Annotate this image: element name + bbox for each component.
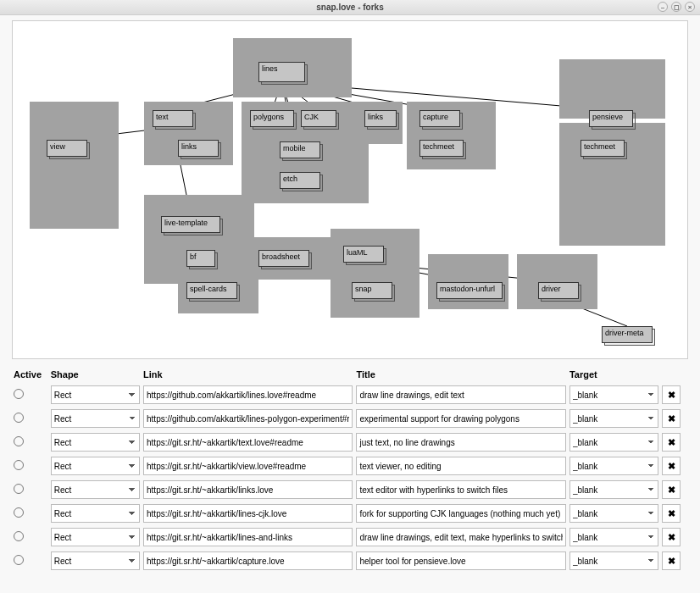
- active-radio[interactable]: [14, 507, 24, 518]
- node-snap[interactable]: snap: [352, 282, 392, 299]
- node-links2[interactable]: links: [364, 110, 397, 127]
- delete-button[interactable]: ✖: [662, 385, 681, 404]
- node-mastodon[interactable]: mastodon-unfurl: [436, 282, 503, 299]
- node-label: mastodon-unfurl: [436, 282, 503, 299]
- target-select[interactable]: _blank: [569, 528, 658, 546]
- title-input[interactable]: [356, 551, 565, 570]
- close-icon[interactable]: ×: [685, 2, 695, 12]
- shape-select[interactable]: Rect: [51, 504, 140, 523]
- table-row: Rect_blank✖: [12, 525, 688, 549]
- link-input[interactable]: [143, 528, 353, 546]
- node-live_template[interactable]: live-template: [161, 216, 220, 233]
- target-select[interactable]: _blank: [569, 385, 658, 404]
- link-input[interactable]: [143, 504, 353, 523]
- target-select[interactable]: _blank: [569, 480, 658, 499]
- col-shape: Shape: [49, 366, 142, 383]
- node-luaML[interactable]: luaML: [343, 246, 384, 263]
- link-input[interactable]: [143, 409, 353, 428]
- table-row: Rect_blank✖: [12, 454, 688, 478]
- node-capture[interactable]: capture: [419, 110, 460, 127]
- table-row: Rect_blank✖: [12, 383, 688, 407]
- link-input[interactable]: [143, 433, 353, 452]
- node-techmeet2[interactable]: techmeet: [581, 140, 625, 157]
- delete-button[interactable]: ✖: [662, 551, 681, 570]
- delete-button[interactable]: ✖: [662, 409, 681, 428]
- window-title: snap.love - forks: [316, 3, 383, 12]
- node-label: bf: [186, 250, 215, 267]
- active-radio[interactable]: [14, 389, 24, 399]
- node-label: driver-meta: [602, 326, 653, 343]
- node-spell_cards[interactable]: spell-cards: [186, 282, 237, 299]
- shape-select[interactable]: Rect: [51, 433, 140, 452]
- node-label: etch: [280, 172, 320, 189]
- minimize-icon[interactable]: –: [658, 2, 668, 12]
- active-radio[interactable]: [14, 413, 24, 423]
- shape-select[interactable]: Rect: [51, 528, 140, 546]
- node-label: broadsheet: [258, 250, 309, 267]
- window-titlebar: snap.love - forks – ◻ ×: [0, 0, 700, 15]
- link-input[interactable]: [143, 551, 353, 570]
- node-label: spell-cards: [186, 282, 237, 299]
- node-driver[interactable]: driver: [538, 282, 579, 299]
- delete-button[interactable]: ✖: [662, 433, 681, 452]
- table-row: Rect_blank✖: [12, 549, 688, 573]
- col-link: Link: [142, 366, 354, 383]
- node-mobile[interactable]: mobile: [280, 141, 320, 158]
- shape-select[interactable]: Rect: [51, 480, 140, 499]
- node-label: capture: [419, 110, 460, 127]
- node-CJK[interactable]: CJK: [301, 110, 336, 127]
- node-etch[interactable]: etch: [280, 172, 320, 189]
- node-label: view: [47, 140, 87, 157]
- target-select[interactable]: _blank: [569, 457, 658, 475]
- title-input[interactable]: [356, 528, 565, 546]
- node-label: links: [364, 110, 397, 127]
- active-radio[interactable]: [14, 484, 24, 494]
- active-radio[interactable]: [14, 555, 24, 565]
- shape-select[interactable]: Rect: [51, 385, 140, 404]
- target-select[interactable]: _blank: [569, 433, 658, 452]
- delete-button[interactable]: ✖: [662, 504, 681, 523]
- node-techmeet[interactable]: techmeet: [419, 140, 464, 157]
- col-target: Target: [568, 366, 660, 383]
- title-input[interactable]: [356, 504, 565, 523]
- title-input[interactable]: [356, 457, 565, 475]
- shapes-table: Active Shape Link Title Target Rect_blan…: [12, 366, 688, 573]
- active-radio[interactable]: [14, 436, 24, 446]
- link-input[interactable]: [143, 457, 353, 475]
- node-node_links[interactable]: links: [178, 140, 219, 157]
- target-select[interactable]: _blank: [569, 551, 658, 570]
- node-label: driver: [538, 282, 579, 299]
- group-box: [178, 237, 258, 313]
- node-label: polygons: [250, 110, 294, 127]
- target-select[interactable]: _blank: [569, 409, 658, 428]
- node-driver_meta[interactable]: driver-meta: [602, 326, 653, 343]
- delete-button[interactable]: ✖: [662, 480, 681, 499]
- node-label: snap: [352, 282, 392, 299]
- link-input[interactable]: [143, 385, 353, 404]
- delete-button[interactable]: ✖: [662, 457, 681, 475]
- title-input[interactable]: [356, 385, 565, 404]
- table-row: Rect_blank✖: [12, 478, 688, 502]
- diagram-canvas[interactable]: linesviewtextlinkspolygonsmobileetchCJKl…: [12, 20, 688, 359]
- title-input[interactable]: [356, 480, 565, 499]
- node-polygons[interactable]: polygons: [250, 110, 294, 127]
- active-radio[interactable]: [14, 531, 24, 541]
- active-radio[interactable]: [14, 460, 24, 470]
- delete-button[interactable]: ✖: [662, 528, 681, 546]
- shape-select[interactable]: Rect: [51, 457, 140, 475]
- target-select[interactable]: _blank: [569, 504, 658, 523]
- node-text[interactable]: text: [153, 110, 193, 127]
- node-pensieve[interactable]: pensieve: [589, 110, 633, 127]
- node-label: CJK: [301, 110, 336, 127]
- shape-select[interactable]: Rect: [51, 551, 140, 570]
- node-view[interactable]: view: [47, 140, 87, 157]
- col-active: Active: [12, 366, 49, 383]
- node-bf[interactable]: bf: [186, 250, 215, 267]
- maximize-icon[interactable]: ◻: [671, 2, 681, 12]
- title-input[interactable]: [356, 409, 565, 428]
- node-lines[interactable]: lines: [258, 62, 305, 82]
- node-broadsheet[interactable]: broadsheet: [258, 250, 309, 267]
- link-input[interactable]: [143, 480, 353, 499]
- shape-select[interactable]: Rect: [51, 409, 140, 428]
- title-input[interactable]: [356, 433, 565, 452]
